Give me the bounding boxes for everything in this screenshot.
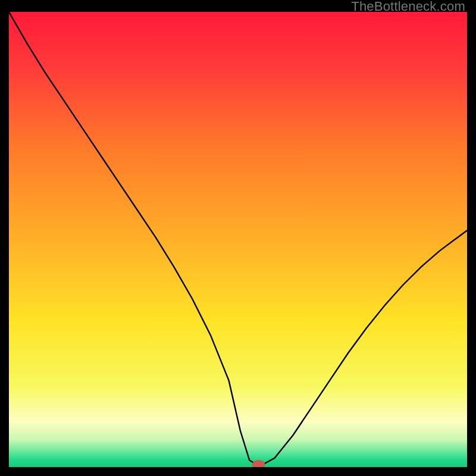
- chart-frame: [9, 12, 467, 467]
- bottleneck-chart: [9, 12, 467, 467]
- gradient-background: [9, 12, 467, 467]
